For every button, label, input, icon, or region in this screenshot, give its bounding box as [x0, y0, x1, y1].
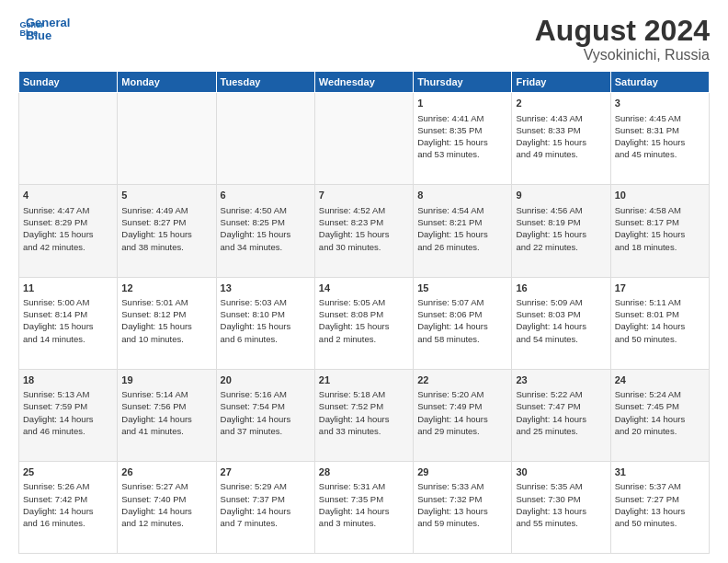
day-info-line: and 53 minutes.: [417, 148, 507, 160]
day-number: 31: [615, 465, 705, 479]
day-info-line: Sunrise: 4:52 AM: [319, 204, 409, 216]
day-info-line: Daylight: 14 hours: [23, 413, 113, 425]
cell-week4-day4: 21Sunrise: 5:18 AMSunset: 7:52 PMDayligh…: [314, 369, 413, 461]
day-number: 19: [121, 373, 211, 387]
day-info-line: Daylight: 14 hours: [23, 505, 113, 517]
day-info-line: Sunrise: 5:14 AM: [121, 388, 211, 400]
cell-week3-day4: 14Sunrise: 5:05 AMSunset: 8:08 PMDayligh…: [314, 277, 413, 369]
day-info-line: Daylight: 15 hours: [221, 228, 311, 240]
day-info-line: and 18 minutes.: [615, 241, 705, 253]
day-info-line: and 12 minutes.: [121, 517, 211, 529]
day-info-line: and 37 minutes.: [221, 425, 311, 437]
cell-week2-day5: 8Sunrise: 4:54 AMSunset: 8:21 PMDaylight…: [414, 185, 512, 277]
day-info-line: and 58 minutes.: [417, 333, 507, 345]
cell-week2-day6: 9Sunrise: 4:56 AMSunset: 8:19 PMDaylight…: [512, 185, 610, 277]
day-number: 6: [221, 189, 311, 202]
day-info-line: Sunset: 7:32 PM: [417, 493, 507, 505]
day-info-line: Sunset: 7:35 PM: [319, 493, 409, 505]
day-info-line: Sunrise: 5:24 AM: [615, 388, 705, 400]
cell-week5-day7: 31Sunrise: 5:37 AMSunset: 7:27 PMDayligh…: [610, 461, 709, 553]
cell-week4-day6: 23Sunrise: 5:22 AMSunset: 7:47 PMDayligh…: [512, 369, 610, 461]
day-info-line: and 29 minutes.: [417, 425, 507, 437]
day-info-line: Sunset: 7:56 PM: [121, 400, 211, 412]
day-info-line: Sunrise: 5:03 AM: [221, 296, 311, 308]
day-info-line: Sunrise: 5:07 AM: [417, 296, 507, 308]
day-info-line: and 16 minutes.: [23, 517, 113, 529]
col-header-tuesday: Tuesday: [216, 72, 314, 93]
day-info-line: Sunset: 8:12 PM: [121, 308, 211, 320]
day-info-line: Sunrise: 5:35 AM: [516, 480, 606, 492]
day-info-line: Sunset: 8:29 PM: [23, 216, 113, 228]
day-info-line: Sunset: 8:21 PM: [417, 216, 507, 228]
day-info-line: Daylight: 15 hours: [615, 136, 705, 148]
day-info-line: Sunrise: 4:43 AM: [516, 112, 606, 124]
day-info-line: Sunrise: 5:18 AM: [319, 388, 409, 400]
day-number: 11: [23, 282, 113, 295]
day-number: 18: [23, 373, 113, 387]
day-number: 4: [23, 189, 113, 202]
day-info-line: Daylight: 14 hours: [516, 320, 606, 332]
col-header-friday: Friday: [512, 72, 610, 93]
cell-week1-day1: [19, 93, 118, 185]
cell-week5-day3: 27Sunrise: 5:29 AMSunset: 7:37 PMDayligh…: [216, 461, 314, 553]
day-info-line: and 2 minutes.: [319, 333, 409, 345]
col-header-thursday: Thursday: [414, 72, 512, 93]
day-info-line: Daylight: 14 hours: [319, 413, 409, 425]
week-row-2: 4Sunrise: 4:47 AMSunset: 8:29 PMDaylight…: [19, 185, 710, 277]
day-number: 29: [417, 465, 507, 479]
day-info-line: and 42 minutes.: [23, 241, 113, 253]
day-info-line: Daylight: 14 hours: [121, 413, 211, 425]
cell-week4-day7: 24Sunrise: 5:24 AMSunset: 7:45 PMDayligh…: [610, 369, 709, 461]
day-info-line: and 41 minutes.: [121, 425, 211, 437]
day-info-line: Sunset: 8:14 PM: [23, 308, 113, 320]
day-info-line: and 34 minutes.: [221, 241, 311, 253]
day-info-line: and 20 minutes.: [615, 425, 705, 437]
day-info-line: and 45 minutes.: [615, 148, 705, 160]
day-info-line: and 7 minutes.: [221, 517, 311, 529]
day-info-line: Sunset: 8:23 PM: [319, 216, 409, 228]
day-number: 26: [121, 465, 211, 479]
day-info-line: Sunset: 7:52 PM: [319, 400, 409, 412]
day-info-line: Daylight: 14 hours: [121, 505, 211, 517]
day-info-line: Daylight: 13 hours: [417, 505, 507, 517]
day-info-line: and 14 minutes.: [23, 333, 113, 345]
day-info-line: Sunrise: 4:58 AM: [615, 204, 705, 216]
title-block: August 2024 Vysokinichi, Russia: [535, 15, 710, 63]
cell-week5-day6: 30Sunrise: 5:35 AMSunset: 7:30 PMDayligh…: [512, 461, 610, 553]
cell-week4-day3: 20Sunrise: 5:16 AMSunset: 7:54 PMDayligh…: [216, 369, 314, 461]
day-info-line: and 50 minutes.: [615, 333, 705, 345]
day-number: 1: [417, 97, 507, 110]
day-info-line: Sunrise: 5:33 AM: [417, 480, 507, 492]
day-info-line: Daylight: 15 hours: [23, 320, 113, 332]
day-info-line: Daylight: 15 hours: [615, 228, 705, 240]
calendar-table: SundayMondayTuesdayWednesdayThursdayFrid…: [18, 71, 710, 554]
cell-week5-day2: 26Sunrise: 5:27 AMSunset: 7:40 PMDayligh…: [118, 461, 216, 553]
day-info-line: Sunrise: 4:47 AM: [23, 204, 113, 216]
col-header-monday: Monday: [118, 72, 216, 93]
day-number: 16: [516, 282, 606, 295]
logo: General Blue General Blue: [18, 15, 70, 43]
day-info-line: Sunrise: 5:11 AM: [615, 296, 705, 308]
day-info-line: Sunrise: 4:50 AM: [221, 204, 311, 216]
day-number: 30: [516, 465, 606, 479]
day-info-line: Sunset: 8:17 PM: [615, 216, 705, 228]
day-info-line: Sunrise: 5:20 AM: [417, 388, 507, 400]
day-number: 14: [319, 282, 409, 295]
cell-week2-day2: 5Sunrise: 4:49 AMSunset: 8:27 PMDaylight…: [118, 185, 216, 277]
day-number: 2: [516, 97, 606, 110]
col-header-saturday: Saturday: [610, 72, 709, 93]
day-info-line: Sunrise: 5:26 AM: [23, 480, 113, 492]
day-info-line: Sunset: 7:30 PM: [516, 493, 606, 505]
day-number: 8: [417, 189, 507, 202]
day-info-line: Daylight: 15 hours: [417, 136, 507, 148]
cell-week2-day1: 4Sunrise: 4:47 AMSunset: 8:29 PMDaylight…: [19, 185, 118, 277]
day-info-line: Daylight: 14 hours: [516, 413, 606, 425]
cell-week1-day4: [314, 93, 413, 185]
day-info-line: and 55 minutes.: [516, 517, 606, 529]
day-info-line: and 25 minutes.: [516, 425, 606, 437]
page: General Blue General Blue August 2024 Vy…: [0, 0, 728, 563]
day-info-line: Sunset: 8:19 PM: [516, 216, 606, 228]
day-info-line: and 30 minutes.: [319, 241, 409, 253]
day-info-line: Daylight: 15 hours: [221, 320, 311, 332]
cell-week3-day3: 13Sunrise: 5:03 AMSunset: 8:10 PMDayligh…: [216, 277, 314, 369]
